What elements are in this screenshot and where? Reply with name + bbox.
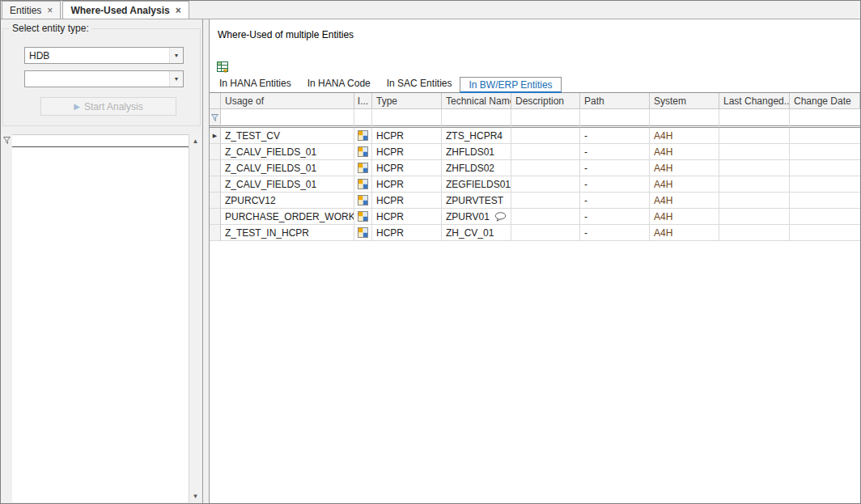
cell-last-changed[interactable] [719,160,790,176]
cell-usage-of[interactable]: Z_CALV_FIELDS_01 [221,160,354,176]
cell-technical-name[interactable]: ZTS_HCPR4 [442,128,511,144]
filter-icon[interactable] [3,137,11,144]
row-selector[interactable] [210,225,221,241]
cell-description[interactable] [511,225,580,241]
table-row[interactable]: Z_CALV_FIELDS_01 HCPR ZHFLDS01 - A4H [210,144,860,160]
cell-usage-of[interactable]: Z_TEST_CV [221,128,354,144]
scrollbar-track[interactable] [189,147,201,489]
row-selector[interactable]: ▶ [210,128,221,144]
tab-entities[interactable]: Entities × [2,1,61,19]
table-row[interactable]: Z_TEST_IN_HCPR HCPR ZH_CV_01 - A4H [210,225,860,241]
entity-list-header[interactable] [12,135,189,147]
cell-technical-name[interactable]: ZH_CV_01 [442,225,511,241]
cell-system[interactable]: A4H [650,128,719,144]
filter-cell-technical-name[interactable] [442,109,511,128]
filter-cell-description[interactable] [511,109,580,128]
cell-usage-of[interactable]: Z_TEST_IN_HCPR [221,225,354,241]
close-icon[interactable]: × [176,6,181,15]
row-selector[interactable] [210,209,221,225]
column-header-technical-name[interactable]: Technical Name [442,93,511,109]
cell-type[interactable]: HCPR [372,176,442,193]
cell-last-changed[interactable] [719,128,790,144]
cell-system[interactable]: A4H [650,144,719,160]
tab-in-sac-entities[interactable]: In SAC Entities [379,76,460,92]
comment-icon[interactable] [494,212,507,222]
column-header-icon[interactable]: I... [354,93,372,109]
filter-cell-system[interactable] [650,109,719,128]
cell-technical-name[interactable]: ZHFLDS01 [442,144,511,160]
chevron-down-icon[interactable]: ▼ [169,48,183,63]
table-row[interactable]: Z_CALV_FIELDS_01 HCPR ZHFLDS02 - A4H [210,160,860,176]
tab-in-bw-erp-entities[interactable]: In BW/ERP Entities [460,77,561,93]
cell-usage-of[interactable]: Z_CALV_FIELDS_01 [221,144,354,160]
cell-technical-name[interactable]: ZEGFIELDS01 [442,176,511,193]
table-row[interactable]: ▶ Z_TEST_CV HCPR ZTS_HCPR4 - A4H [210,128,860,144]
cell-change-date[interactable] [790,209,860,225]
table-row[interactable]: PURCHASE_ORDER_WORKLIST HCPR ZPURV01 - A… [210,209,860,225]
cell-last-changed[interactable] [719,144,790,160]
filter-cell-type[interactable] [372,109,442,128]
cell-description[interactable] [511,160,580,176]
cell-change-date[interactable] [790,225,860,241]
cell-change-date[interactable] [790,144,860,160]
entity-type-select[interactable]: HDB ▼ [24,47,184,64]
cell-path[interactable]: - [580,209,650,225]
start-analysis-button[interactable]: ▶ Start Analysis [40,97,176,116]
cell-path[interactable]: - [580,176,650,193]
cell-system[interactable]: A4H [650,160,719,176]
table-row[interactable]: ZPURCV12 HCPR ZPURVTEST - A4H [210,193,860,209]
column-header-description[interactable]: Description [511,93,580,109]
cell-last-changed[interactable] [719,176,790,193]
column-header-change-date[interactable]: Change Date [790,93,860,109]
cell-system[interactable]: A4H [650,176,719,193]
filter-cell-usage-of[interactable] [221,109,354,128]
cell-type[interactable]: HCPR [372,225,442,241]
row-selector[interactable] [210,144,221,160]
cell-description[interactable] [511,209,580,225]
cell-type[interactable]: HCPR [372,160,442,176]
column-header-type[interactable]: Type [372,93,442,109]
tab-in-hana-entities[interactable]: In HANA Entities [211,76,299,92]
cell-change-date[interactable] [790,128,860,144]
cell-last-changed[interactable] [719,209,790,225]
cell-description[interactable] [511,193,580,209]
cell-system[interactable]: A4H [650,225,719,241]
entity-list-content[interactable] [12,147,189,502]
tab-where-used-analysis[interactable]: Where-Used Analysis × [62,1,189,19]
cell-description[interactable] [511,144,580,160]
cell-last-changed[interactable] [719,193,790,209]
cell-path[interactable]: - [580,160,650,176]
cell-technical-name[interactable]: ZPURV01 [442,209,511,225]
cell-technical-name[interactable]: ZHFLDS02 [442,160,511,176]
cell-system[interactable]: A4H [650,193,719,209]
cell-usage-of[interactable]: Z_CALV_FIELDS_01 [221,176,354,193]
cell-type[interactable]: HCPR [372,209,442,225]
filter-cell-icon[interactable] [354,109,372,128]
tab-in-hana-code[interactable]: In HANA Code [299,76,379,92]
scroll-up-icon[interactable]: ▲ [189,134,201,147]
cell-type[interactable]: HCPR [372,193,442,209]
cell-system[interactable]: A4H [650,209,719,225]
cell-path[interactable]: - [580,144,650,160]
cell-type[interactable]: HCPR [372,144,442,160]
panel-splitter[interactable] [203,19,209,503]
row-selector[interactable] [210,193,221,209]
column-header-path[interactable]: Path [580,93,650,109]
vertical-scrollbar[interactable]: ▲ ▼ [189,134,201,502]
cell-usage-of[interactable]: ZPURCV12 [221,193,354,209]
row-selector[interactable] [210,160,221,176]
cell-description[interactable] [511,128,580,144]
column-header-last-changed[interactable]: Last Changed... [719,93,790,109]
cell-path[interactable]: - [580,128,650,144]
export-to-excel-button[interactable] [214,60,231,74]
filter-cell-path[interactable] [580,109,650,128]
cell-type[interactable]: HCPR [372,128,442,144]
cell-change-date[interactable] [790,176,860,193]
scroll-down-icon[interactable]: ▼ [189,489,201,502]
cell-path[interactable]: - [580,193,650,209]
cell-usage-of[interactable]: PURCHASE_ORDER_WORKLIST [221,209,354,225]
filter-cell-last-changed[interactable] [719,109,790,128]
cell-change-date[interactable] [790,160,860,176]
cell-last-changed[interactable] [719,225,790,241]
cell-path[interactable]: - [580,225,650,241]
